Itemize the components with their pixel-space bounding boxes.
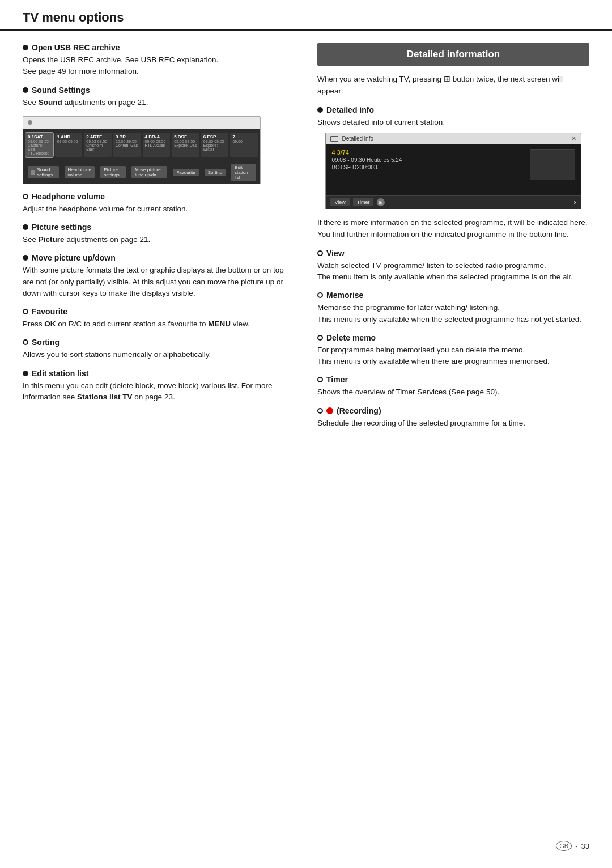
tv-screenshot: 0 1SAT 09:00 09:55 Capture: Sea TTL Rebo… <box>23 116 261 184</box>
body-detailed-info: Shows detailed info of current station. <box>317 117 589 128</box>
page-number: 33 <box>581 842 589 850</box>
tv-channel-row-1: 0 1SAT 09:00 09:55 Capture: Sea TTL Rebo… <box>26 133 258 157</box>
heading-detailed-info: Detailed info <box>317 105 589 114</box>
page-title: TV menu options <box>23 10 124 24</box>
bullet-open-usb <box>23 45 28 50</box>
detail-top-left: Detailed info <box>330 135 373 142</box>
tv-cell-1sat: 0 1SAT 09:00 09:55 Capture: Sea TTL Rebo… <box>26 133 53 157</box>
bullet-recording-hollow <box>317 408 323 414</box>
detail-btn-timer[interactable]: Timer <box>353 198 374 206</box>
body-headphone: Adjust the headphone volume for current … <box>23 203 295 215</box>
heading-sound-settings: Sound Settings <box>23 86 295 95</box>
tv-sound-icon <box>31 170 35 175</box>
tv-cell-arte: 2 ARTE 09:03 09:55 Chisholm Blair <box>84 133 112 157</box>
bullet-picture-settings <box>23 224 28 230</box>
bullet-recording-red <box>326 407 333 414</box>
bullet-edit-station <box>23 371 28 376</box>
heading-memorise: Memorise <box>317 291 589 300</box>
body-sorting: Allows you to sort stations numerically … <box>23 349 295 360</box>
bullet-timer <box>317 377 323 382</box>
tv-btn-sound[interactable]: Sound settings <box>28 166 59 178</box>
page-container: TV menu options Open USB REC archive Ope… <box>0 0 612 868</box>
body-move-picture: With some picture formats the text or gr… <box>23 265 295 299</box>
right-column: Detailed information When you are watchi… <box>317 31 589 431</box>
bullet-sound-settings <box>23 87 28 93</box>
detail-btn-view[interactable]: View <box>330 198 349 206</box>
detail-btn-icon[interactable]: ⊞ <box>377 198 385 206</box>
heading-edit-station: Edit station list <box>23 369 295 378</box>
body-sound-settings: See Sound adjustments on page 21. <box>23 97 295 108</box>
tv-btn-sorting[interactable]: Sorting <box>205 169 226 176</box>
heading-sorting: Sorting <box>23 338 295 347</box>
page-footer: GB - 33 <box>556 841 589 851</box>
tv-btn-fav[interactable]: Favourite <box>173 169 198 176</box>
tv-btn-picture[interactable]: Picture settings <box>100 166 126 178</box>
heading-favourite: Favourite <box>23 307 295 316</box>
bullet-favourite <box>23 309 28 314</box>
tv-btn-edit[interactable]: Edit station list <box>231 164 256 181</box>
left-column: Open USB REC archive Opens the USB REC a… <box>23 31 295 431</box>
tv-cell-7: 7 … 09:00 <box>230 133 258 157</box>
bullet-memorise <box>317 292 323 298</box>
detail-info-screenshot: Detailed info ✕ 4 3/74 09:08 - 09:30 Heu… <box>325 133 581 209</box>
heading-picture-settings: Picture settings <box>23 223 295 232</box>
body-recording: Schedule the recording of the selected p… <box>317 418 589 429</box>
tv-cell-dsf: 5 DSF 09:00 09:55 Explore: Das <box>172 133 199 157</box>
bullet-headphone <box>23 194 28 199</box>
body-view: Watch selected TV programme/ listen to s… <box>317 260 589 283</box>
body-open-usb: Opens the USB REC archive. See USB REC e… <box>23 54 295 78</box>
footer-dash: - <box>575 842 577 850</box>
detail-body: 4 3/74 09:08 - 09:30 Heute es 5:24 BOTSE… <box>326 144 580 195</box>
heading-delete-memo: Delete memo <box>317 333 589 342</box>
detail-screen-icon <box>330 136 338 142</box>
bullet-sorting <box>23 339 28 345</box>
heading-move-picture: Move picture up/down <box>23 253 295 262</box>
body-edit-station: In this menu you can edit (delete block,… <box>23 380 295 403</box>
content-columns: Open USB REC archive Opens the USB REC a… <box>0 31 612 431</box>
tv-channel-grid: 0 1SAT 09:00 09:55 Capture: Sea TTL Rebo… <box>23 129 260 161</box>
detailed-info-header: Detailed information <box>317 43 589 66</box>
footer-gb-label: GB <box>556 841 572 851</box>
body-delete-memo: For programmes being memorised you can d… <box>317 344 589 368</box>
body-timer: Shows the overview of Timer Services (Se… <box>317 386 589 398</box>
body-memorise: Memorise the programme for later watchin… <box>317 302 589 325</box>
body-picture-settings: See Picture adjustments on page 21. <box>23 234 295 245</box>
tv-btn-move[interactable]: Move picture tune up/dn <box>131 166 167 178</box>
heading-headphone: Headphone volume <box>23 192 295 201</box>
bullet-move-picture <box>23 255 28 261</box>
bullet-view <box>317 250 323 256</box>
intro-text: When you are watching TV, pressing ⊞ but… <box>317 74 589 97</box>
tv-cell-br: 3 BR 20:00 39:55 Conten: Gas <box>113 133 141 157</box>
tv-top-bar <box>23 117 260 129</box>
heading-open-usb: Open USB REC archive <box>23 43 295 52</box>
tv-top-bar-dot <box>28 120 32 125</box>
detail-arrow-icon[interactable]: › <box>574 198 576 206</box>
tv-bottom-bar: Sound settings Headphone volume Picture … <box>23 161 260 184</box>
detail-bottom-bar: View Timer ⊞ › <box>326 195 580 209</box>
tv-cell-esp: 6 ESP 09:00 09:55 Explore: writter <box>201 133 229 157</box>
bullet-delete-memo <box>317 335 323 341</box>
detail-window-title: Detailed info <box>342 135 373 142</box>
heading-recording: (Recording) <box>317 406 589 415</box>
page-header: TV menu options <box>0 0 612 31</box>
tv-btn-headphone[interactable]: Headphone volume <box>65 166 95 178</box>
body-favourite: Press OK on R/C to add current station a… <box>23 318 295 330</box>
heading-view: View <box>317 249 589 258</box>
detail-close-icon[interactable]: ✕ <box>571 135 576 142</box>
detail-thumbnail <box>530 149 575 180</box>
more-info-text: If there is more information on the sele… <box>317 217 589 241</box>
tv-cell-br-a: 4 BR-A 09:00 09:55 RTL Aktuell <box>143 133 171 157</box>
detail-top-bar: Detailed info ✕ <box>326 133 580 144</box>
heading-timer: Timer <box>317 375 589 384</box>
bullet-detailed-info <box>317 107 323 113</box>
tv-cell-and: 1 AND 09:00 09:55 <box>55 133 83 157</box>
